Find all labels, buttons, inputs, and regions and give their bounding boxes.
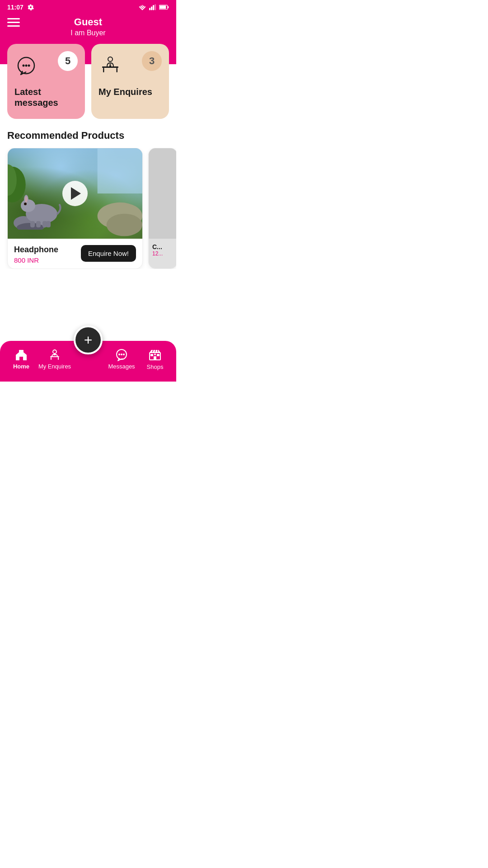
svg-point-47 [121, 354, 122, 355]
nav-shops[interactable]: Shops [138, 348, 172, 370]
header-title: Guest [7, 16, 169, 28]
nav-messages[interactable]: Messages [105, 349, 138, 370]
wifi-icon [138, 4, 146, 10]
home-icon [14, 349, 28, 361]
svg-rect-33 [98, 149, 142, 193]
product-info-1: Headphone 800 INR Enquire Now! [8, 239, 142, 269]
svg-rect-17 [117, 68, 118, 72]
hamburger-menu[interactable] [7, 18, 20, 27]
messages-nav-icon [115, 349, 128, 361]
play-button[interactable] [62, 181, 88, 206]
svg-point-56 [154, 354, 156, 355]
latest-messages-card[interactable]: 5 Latest messages [7, 44, 85, 119]
product-card-2-partial: C... 12... [148, 148, 176, 269]
section-title: Recommended Products [0, 119, 176, 148]
svg-rect-16 [103, 68, 104, 72]
svg-point-48 [123, 354, 125, 355]
fab-add-button[interactable]: + [74, 326, 103, 354]
product-thumbnail-1 [8, 148, 142, 239]
shops-label: Shops [147, 363, 164, 370]
svg-rect-42 [58, 357, 59, 360]
enquire-button-1[interactable]: Enquire Now! [81, 245, 136, 262]
svg-rect-43 [54, 353, 56, 354]
status-icons [138, 4, 169, 10]
svg-point-12 [25, 65, 28, 67]
recommended-section: Recommended Products [0, 119, 176, 269]
svg-rect-5 [153, 5, 154, 10]
svg-rect-40 [50, 356, 59, 357]
messages-label: Messages [108, 363, 135, 370]
svg-rect-8 [160, 5, 166, 9]
status-bar: 11:07 [0, 0, 176, 13]
shops-icon [148, 348, 162, 362]
nav-home[interactable]: Home [5, 349, 38, 370]
header-subtitle: I am Buyer [7, 29, 169, 37]
svg-rect-38 [19, 350, 23, 354]
svg-rect-18 [109, 64, 111, 65]
product-card-1[interactable]: Headphone 800 INR Enquire Now! [7, 148, 143, 269]
svg-rect-4 [151, 6, 152, 10]
messages-card-label: Latest messages [14, 86, 78, 108]
products-row: Headphone 800 INR Enquire Now! C... 12..… [0, 148, 176, 269]
svg-point-39 [53, 350, 56, 354]
svg-point-11 [23, 65, 25, 67]
enquiries-badge: 3 [142, 51, 162, 71]
svg-marker-2 [142, 5, 143, 6]
svg-rect-55 [157, 354, 160, 356]
product-name-1: Headphone [14, 245, 58, 255]
add-icon: + [84, 333, 93, 347]
gear-icon [27, 4, 34, 11]
my-enquires-label: My Enquires [38, 363, 71, 370]
svg-rect-3 [149, 8, 150, 10]
battery-icon [159, 5, 169, 10]
svg-rect-44 [54, 354, 56, 355]
svg-rect-41 [51, 357, 52, 360]
product-price-1: 800 INR [14, 256, 58, 264]
messages-badge: 5 [58, 51, 78, 71]
svg-rect-9 [168, 6, 169, 9]
signal-icon [149, 4, 156, 10]
nav-my-enquires[interactable]: My Enquires [38, 349, 71, 370]
enquiry-nav-icon [48, 349, 61, 361]
time-display: 11:07 [7, 4, 23, 11]
svg-rect-53 [154, 356, 156, 360]
svg-point-14 [108, 57, 113, 61]
cards-row: 5 Latest messages 3 [0, 44, 176, 119]
svg-point-37 [107, 214, 142, 236]
svg-rect-54 [150, 354, 153, 356]
enquiries-card-label: My Enquires [99, 86, 162, 97]
my-enquiries-card[interactable]: 3 My Enquires [91, 44, 169, 119]
svg-point-13 [28, 65, 30, 67]
svg-rect-6 [155, 5, 156, 10]
svg-point-46 [118, 354, 120, 355]
svg-rect-19 [109, 65, 111, 67]
home-label: Home [13, 363, 29, 370]
